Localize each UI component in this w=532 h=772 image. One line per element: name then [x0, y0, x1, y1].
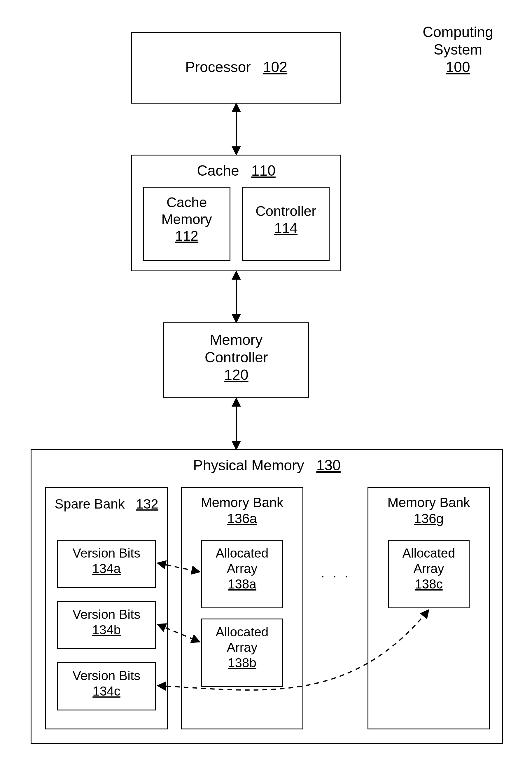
physical-memory-label: Physical Memory 130	[31, 457, 503, 474]
vb-b-ref: 134b	[92, 623, 121, 637]
spare-bank-ref: 132	[136, 496, 158, 512]
memory-controller-label: Memory Controller 120	[163, 331, 309, 384]
cache-memory-label: Cache Memory 112	[143, 194, 230, 244]
aa-b-l2: Array	[227, 640, 257, 654]
vb-a-ref: 134a	[92, 561, 121, 576]
cache-controller-ref: 114	[274, 220, 297, 236]
cache-text: Cache	[197, 162, 239, 179]
physmem-text: Physical Memory	[193, 457, 304, 474]
memctrl-ref: 120	[224, 367, 248, 383]
cache-memory-ref: 112	[175, 228, 198, 244]
allocated-array-a-label: Allocated Array 138a	[201, 546, 283, 592]
vb-c-text: Version Bits	[73, 668, 140, 683]
cache-memory-l1: Cache	[167, 195, 207, 210]
processor-text: Processor	[185, 59, 251, 75]
diagram-title: Computing System 100	[400, 23, 516, 76]
allocated-array-c-label: Allocated Array 138c	[388, 546, 470, 592]
title-ref: 100	[446, 59, 470, 75]
mb-a-text: Memory Bank	[201, 495, 283, 510]
spare-bank-label: Spare Bank 132	[45, 496, 168, 512]
processor-label: Processor 102	[131, 58, 341, 76]
version-bits-a-label: Version Bits 134a	[57, 546, 156, 577]
aa-a-l1: Allocated	[216, 546, 268, 560]
physmem-ref: 130	[316, 457, 340, 474]
diagram-canvas: Computing System 100 Processor 102 Cache…	[0, 0, 532, 772]
aa-b-l1: Allocated	[216, 625, 268, 639]
mb-g-ref: 136g	[414, 511, 444, 526]
aa-c-l2: Array	[413, 561, 444, 576]
vb-c-ref: 134c	[92, 684, 120, 698]
mb-a-ref: 136a	[227, 511, 257, 526]
memctrl-l1: Memory	[210, 332, 263, 348]
ellipsis-text: . . .	[321, 564, 350, 581]
version-bits-b-label: Version Bits 134b	[57, 607, 156, 638]
cache-label: Cache 110	[131, 162, 341, 179]
aa-a-l2: Array	[227, 561, 257, 576]
spare-bank-text: Spare Bank	[55, 496, 125, 512]
cache-controller-text: Controller	[255, 203, 316, 219]
aa-b-ref: 138b	[228, 656, 256, 670]
memory-bank-g-label: Memory Bank 136g	[367, 495, 490, 527]
memctrl-l2: Controller	[205, 349, 268, 365]
allocated-array-b-label: Allocated Array 138b	[201, 624, 283, 671]
vb-a-text: Version Bits	[73, 546, 140, 560]
aa-c-ref: 138c	[415, 577, 442, 591]
version-bits-c-label: Version Bits 134c	[57, 668, 156, 699]
aa-c-l1: Allocated	[402, 546, 455, 560]
title-line2: System	[434, 41, 482, 58]
title-line1: Computing	[423, 24, 493, 40]
aa-a-ref: 138a	[228, 577, 256, 591]
cache-controller-label: Controller 114	[242, 203, 330, 236]
vb-b-text: Version Bits	[73, 607, 140, 622]
processor-ref: 102	[263, 59, 287, 75]
mb-g-text: Memory Bank	[387, 495, 470, 510]
ellipsis: . . .	[311, 563, 360, 581]
cache-memory-l2: Memory	[161, 211, 212, 227]
cache-ref: 110	[251, 162, 275, 179]
memory-bank-a-label: Memory Bank 136a	[181, 495, 303, 527]
